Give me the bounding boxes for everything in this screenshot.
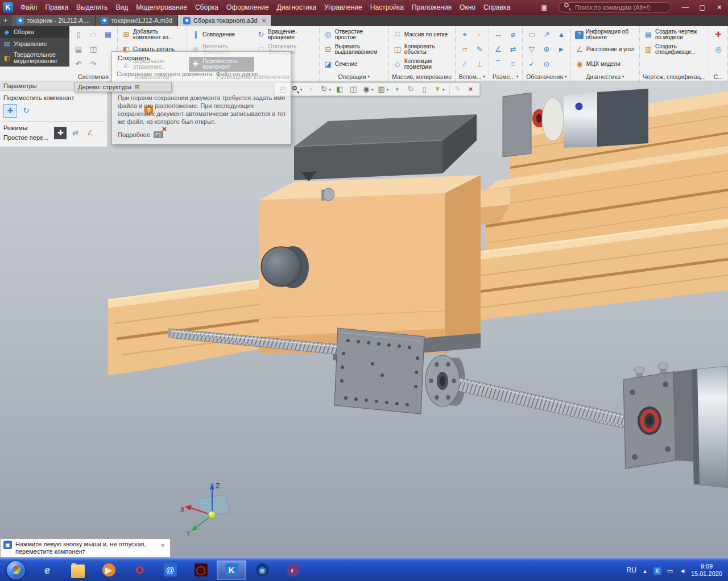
menu-item[interactable]: Оформление xyxy=(222,0,272,15)
simple-hole-button[interactable]: ◎Отверстие простое xyxy=(321,27,387,42)
cut-extrude-button[interactable]: ⊟Вырезать выдавливанием xyxy=(321,42,387,57)
tray-display-icon[interactable]: ▭ xyxy=(666,565,674,575)
menu-item[interactable]: Управление xyxy=(320,0,366,15)
aux-cs-button[interactable]: ⊥ xyxy=(472,57,487,72)
menu-item[interactable]: Настройка xyxy=(366,0,408,15)
dim-aligned-button[interactable]: ⇄ xyxy=(506,42,520,57)
snap-button[interactable]: ⌖ xyxy=(390,84,404,95)
rotate-component-button[interactable]: ↻ xyxy=(19,104,33,118)
report-plus-button[interactable]: ✚ xyxy=(711,27,726,42)
command-search-input[interactable]: Поиск по командам (Alt+/) xyxy=(559,2,671,13)
new-document-button[interactable]: ▯ xyxy=(71,27,86,42)
wireframe-cube-button[interactable]: ◫ xyxy=(346,84,360,95)
dim-diameter-button[interactable]: ⌀ xyxy=(506,27,520,42)
redo-button[interactable]: ↷ xyxy=(86,57,101,72)
graphics-app-taskbar-button[interactable]: ◐ xyxy=(278,561,308,580)
explorer-folder-taskbar-button[interactable] xyxy=(63,561,93,580)
ribbon-group-label[interactable]: Разме...▾ xyxy=(491,72,520,81)
browser-globe-taskbar-button[interactable]: ◉ xyxy=(247,561,277,580)
tray-expand-icon[interactable]: ▴ xyxy=(641,565,649,575)
marking-button[interactable]: ⊙ xyxy=(539,57,554,72)
maximize-button[interactable]: ▢ xyxy=(694,0,711,15)
kompas-taskbar-button[interactable]: K xyxy=(217,561,246,580)
close-button[interactable]: × xyxy=(711,0,728,15)
tooltip-more-link[interactable]: Подробнее xyxy=(118,131,150,138)
visibility-button[interactable]: ◉▾ xyxy=(360,84,375,95)
minimize-button[interactable]: — xyxy=(677,0,694,15)
leader-button[interactable]: ↗ xyxy=(539,27,554,42)
menu-item[interactable]: Моделирование xyxy=(132,0,191,15)
workspace-icon[interactable]: ▣ xyxy=(536,0,553,15)
object-info-button[interactable]: ?Информация об объекте xyxy=(573,27,638,42)
move-component-button[interactable]: ✚ xyxy=(3,104,17,118)
dim-angle-button[interactable]: ∠ xyxy=(491,42,506,57)
ribbon-group-label[interactable]: Массив, копирование xyxy=(391,72,453,81)
ribbon-group-label[interactable]: Диагностика▾ xyxy=(573,72,638,81)
new-tab-button[interactable]: + xyxy=(0,15,11,26)
viewport-3d[interactable]: Z X Y xyxy=(0,81,728,558)
menu-item[interactable]: Диагностика xyxy=(273,0,321,15)
undo-button[interactable]: ↶ xyxy=(71,57,86,72)
ie-taskbar-button[interactable]: e xyxy=(32,561,62,580)
tab-close-icon[interactable]: × xyxy=(262,17,266,24)
create-drawing-button[interactable]: ▤Создать чертеж по модели xyxy=(642,27,707,42)
section-button[interactable]: ◪Сечение xyxy=(321,57,387,72)
coincidence-button[interactable]: ∥Совпадение xyxy=(189,27,254,42)
note-button[interactable]: ▭ xyxy=(524,27,539,42)
hint-close-icon[interactable]: × xyxy=(158,541,167,550)
open-document-button[interactable]: ▭ xyxy=(86,27,101,42)
menu-item[interactable]: Справка xyxy=(479,0,514,15)
menu-item[interactable]: Вид xyxy=(111,0,132,15)
aux-point-button[interactable]: ◦ xyxy=(472,27,487,42)
ribbon-tab-assembly[interactable]: ◆Сборка xyxy=(0,26,69,38)
display-mode-button[interactable]: ▥▾ xyxy=(375,84,391,95)
media-player-taskbar-button[interactable]: ▶ xyxy=(94,561,123,580)
menu-item[interactable]: Окно xyxy=(456,0,479,15)
orient-up-button[interactable]: ↑ xyxy=(304,84,318,95)
distance-angle-button[interactable]: ∠Расстояние и угол xyxy=(573,42,638,57)
red-app-taskbar-button[interactable]: ◯ xyxy=(186,561,216,580)
start-button[interactable] xyxy=(0,559,32,581)
create-specification-button[interactable]: ▥Создать спецификаци... xyxy=(642,42,707,57)
tray-kompas-icon[interactable]: K xyxy=(653,565,661,575)
ribbon-tab-management[interactable]: ▤Управление xyxy=(0,38,69,50)
dim-linear-button[interactable]: ↔ xyxy=(491,27,506,42)
ribbon-tab-solid-modeling[interactable]: ◧Твердотельное моделирование xyxy=(0,50,69,67)
doc-tab[interactable]: ◆Сборка токарного.a3d× xyxy=(178,15,271,26)
menu-item[interactable]: Файл xyxy=(16,0,42,15)
abort-button[interactable]: × xyxy=(464,84,478,95)
sheet-button[interactable]: ▯ xyxy=(417,84,431,95)
simple-move-button[interactable]: ✚ xyxy=(54,127,67,139)
language-indicator[interactable]: RU xyxy=(627,566,636,574)
aux-sketch-button[interactable]: ✎ xyxy=(472,42,487,57)
doc-tab[interactable]: ◆токарник\LJ12-A.m3d xyxy=(96,15,178,26)
align-mode-button[interactable]: ∠ xyxy=(84,127,96,139)
ribbon-group-label[interactable]: Вспом...▾ xyxy=(457,72,487,81)
add-component-button[interactable]: ⊞Добавить компонент из... xyxy=(119,27,185,42)
roughness-button[interactable]: ✓ xyxy=(524,57,539,72)
dim-radial-button[interactable]: ⌒ xyxy=(491,57,506,72)
ribbon-group-label[interactable]: Обозначения▾ xyxy=(524,72,569,81)
aux-plane-button[interactable]: ▱ xyxy=(457,42,472,57)
print-button[interactable]: ▤ xyxy=(71,42,86,57)
tree-settings-icon[interactable]: ⊞ xyxy=(134,84,141,91)
tolerance-button[interactable]: ⊕ xyxy=(539,42,554,57)
menu-item[interactable]: Выделить xyxy=(72,0,111,15)
geometry-collection-button[interactable]: ◇Коллекция геометрии xyxy=(391,57,453,72)
menu-item[interactable]: Сборка xyxy=(191,0,222,15)
datum-button[interactable]: ▽ xyxy=(524,42,539,57)
orbit-button[interactable]: ↻▾ xyxy=(318,84,333,95)
ribbon-group-label[interactable]: Системная xyxy=(71,72,115,81)
dim-chain-button[interactable]: ≡ xyxy=(506,57,520,72)
aux-axis-button[interactable]: ⌖ xyxy=(457,27,472,42)
menu-item[interactable]: Правка xyxy=(42,0,73,15)
ribbon-group-label[interactable]: Операции▾ xyxy=(321,72,387,81)
base-button[interactable]: ▲ xyxy=(554,27,569,42)
mass-properties-button[interactable]: ◉МЦХ модели xyxy=(573,57,638,72)
tree-panel-header[interactable]: Дерево: структура ⊞ xyxy=(74,82,172,92)
ribbon-group-label[interactable]: С... xyxy=(711,72,726,81)
zoom-button[interactable]: ▾ xyxy=(290,84,304,95)
print-preview-button[interactable]: ◫ xyxy=(86,42,101,57)
view-cube-button[interactable]: ◧ xyxy=(333,84,346,95)
doc-tab[interactable]: ◆токарник - 2\LJ12-A.... xyxy=(11,15,96,26)
